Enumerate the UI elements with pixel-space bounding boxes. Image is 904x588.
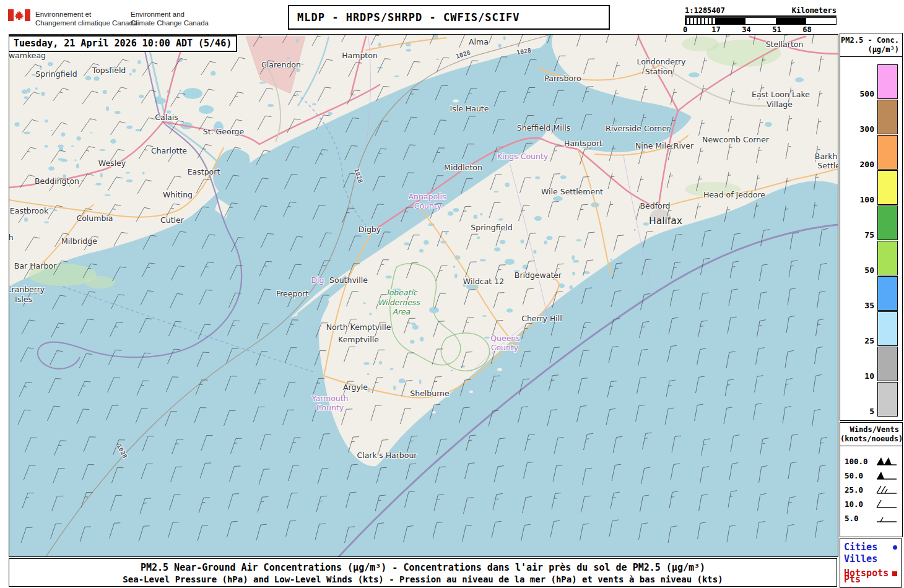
wind-legend-row: 50.0 (840, 469, 902, 483)
pm25-threshold: 25 (850, 336, 874, 345)
map-place-label: Yarmouth (311, 394, 348, 403)
map-place-label: Topsfield (92, 66, 126, 75)
pm25-threshold: 75 (850, 230, 874, 240)
pm25-swatch (877, 135, 898, 170)
winds-legend-rows: 100.050.025.010.05.0 (840, 446, 902, 525)
map-place-label: Cranberry (9, 285, 45, 294)
map-place-label: Columbia (76, 214, 113, 223)
pm25-threshold: 35 (850, 301, 874, 310)
pm25-swatch (877, 170, 898, 205)
pm25-legend-units: (µg/m³) (840, 45, 899, 54)
map-place-label: Eastbrook (10, 206, 48, 215)
map-place-label: Milbridge (61, 236, 97, 246)
wind-speed-label: 10.0 (845, 499, 863, 509)
map-place-label: Isle Haute (450, 104, 489, 113)
map-place-label: Alma (469, 37, 489, 46)
map-place-label: Shelburne (410, 389, 449, 398)
map-place-label: Digby (359, 225, 381, 234)
scalebar-unit: Kilometers (792, 6, 837, 15)
map-place-label: Eastport (188, 167, 220, 176)
wind-legend-row: 5.0 (840, 511, 902, 525)
pm25-swatch (877, 241, 898, 275)
winds-legend-title: Winds/Vents (840, 425, 899, 435)
pm25-swatch (877, 64, 898, 99)
map-place-label: Springfield (471, 223, 512, 232)
scalebar-tick: 0 (683, 25, 687, 34)
map-place-label: Clark's Harbour (357, 451, 417, 460)
map-place-label: Wildcat 12 (463, 277, 504, 286)
map-place-label: Queens (490, 334, 520, 343)
map-place-label: Bar Harbor (14, 261, 56, 270)
pm25-threshold: 50 (850, 266, 874, 275)
pm25-swatch (877, 100, 898, 134)
map-place-label: Clarendon (261, 60, 301, 69)
map-place-label: Springfield (35, 69, 77, 79)
scalebar-tick: 17 (711, 25, 720, 34)
map-place-label: Ellsworth (9, 233, 14, 242)
header-bar: Environnement et Changement climatique C… (0, 0, 904, 34)
map-viewport[interactable]: MattawamkeagSpringfieldTopsfieldLincolnC… (9, 34, 838, 557)
map-place-label: Cutler (160, 215, 184, 225)
wind-barb-icon (875, 499, 898, 509)
map-place-label: Argyle (343, 383, 368, 392)
pm25-threshold: 500 (850, 89, 874, 98)
pm25-swatch (877, 205, 898, 240)
map-place-label: Annapolis (408, 192, 446, 201)
cities-label-en: Cities (844, 542, 877, 553)
scalebar-ticks: 017345168 (685, 25, 837, 34)
map-place-label: Londonderry (637, 57, 686, 66)
map-place-label: Middleton (444, 163, 482, 172)
city-marker-icon (893, 545, 897, 550)
wind-legend-row: 100.0 (840, 454, 902, 469)
wind-barb-icon (875, 457, 898, 467)
scalebar-tick: 34 (742, 25, 750, 34)
map-place-label: Village (767, 100, 793, 109)
hotspots-label-fr: Pts chauds (844, 574, 897, 588)
pm25-legend-scale: 50030020010075503525105 (840, 57, 902, 410)
pm25-threshold: 5 (850, 407, 874, 416)
wind-speed-label: 25.0 (845, 485, 863, 495)
map-place-label: Newcomb Corner (702, 135, 769, 144)
map-place-label: Parrsboro (544, 74, 581, 83)
map-place-label: Freeport (276, 289, 308, 298)
map-place-label: Whiting (163, 190, 193, 199)
map-place-label: Isles (15, 295, 32, 304)
map-place-label: Hantsport (564, 139, 602, 148)
scalebar-ratio: 1:1285407 (685, 6, 725, 15)
map-place-label: Bridgewater (515, 270, 562, 280)
scalebar-tick: 68 (802, 25, 811, 34)
map-place-label: Station (645, 67, 672, 76)
caption-line2: Sea-Level Pressure (hPa) and Low-Level W… (9, 574, 837, 584)
pm25-swatch (877, 347, 898, 381)
map-place-label: Nine Mile River (635, 141, 693, 150)
canada-flag-icon (8, 9, 30, 21)
map-place-label: Area (393, 307, 411, 316)
pm25-swatch (877, 276, 898, 311)
pm25-threshold: 100 (850, 195, 874, 204)
map-place-label: Southville (329, 275, 368, 285)
map-place-label: Hampton (342, 51, 378, 60)
map-place-label: Riverside Corner (606, 124, 670, 133)
agency-name-en: Environment and Climate Change Canada (131, 10, 209, 27)
map-place-label: Charlotte (151, 146, 187, 155)
map-place-label: Beddington (35, 176, 79, 186)
wind-legend-row: 10.0 (840, 497, 902, 511)
wind-barb-icon (875, 514, 898, 524)
map-scalebar: 1:1285407 Kilometers 017345168 (685, 6, 837, 34)
winds-legend: Winds/Vents (knots/noeuds) 100.050.025.0… (840, 422, 903, 537)
wind-speed-label: 5.0 (845, 514, 859, 523)
map-caption: PM2.5 Near-Ground Air Concentrations (µg… (9, 558, 837, 587)
agency-name-fr: Environnement et Changement climatique C… (35, 10, 137, 27)
map-place-label: Halifax (649, 215, 682, 227)
wind-speed-label: 50.0 (845, 471, 863, 480)
map-place-label: Head of Jeddore (703, 190, 765, 199)
map-place-label: Wile Settlement (541, 187, 603, 196)
map-place-label: East Loon Lake (752, 90, 810, 99)
wind-speed-label: 100.0 (845, 457, 868, 466)
map-place-label: Sheffield Mills (517, 123, 570, 132)
wind-barb-icon (875, 471, 898, 481)
map-place-label: Stellarton (766, 40, 804, 49)
timestamp-box: Tuesday, 21 April 2026 10:00 ADT (5/46) (9, 35, 237, 52)
markers-legend: Cities Villes Hotspots Pts chauds (840, 538, 902, 588)
map-place-label: Barkhouse (815, 152, 838, 161)
